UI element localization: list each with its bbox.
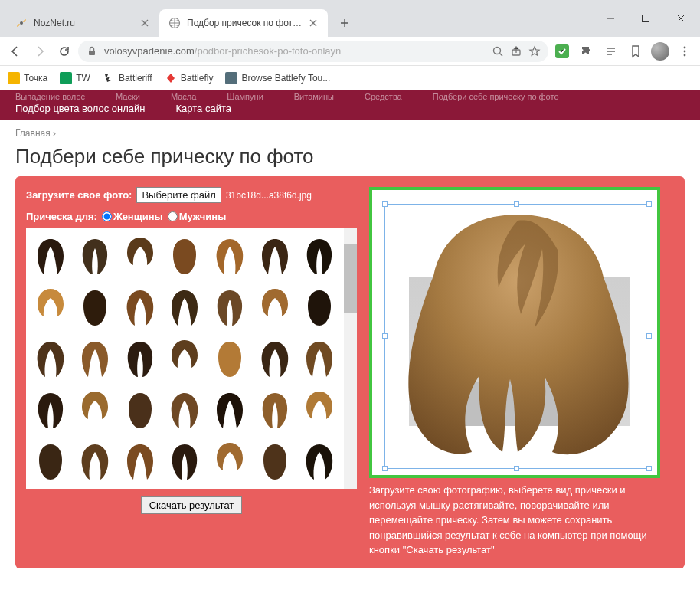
- window-close-button[interactable]: [663, 6, 698, 31]
- breadcrumb: Главная ›: [15, 128, 685, 139]
- share-icon[interactable]: [510, 45, 522, 57]
- hairstyle-thumb[interactable]: [164, 334, 207, 383]
- preview-canvas[interactable]: [369, 187, 660, 478]
- globe-icon: [168, 17, 181, 29]
- nav-link[interactable]: Подбери себе прическу по фото: [433, 92, 559, 101]
- bookmarks-bar: Точка TW Battleriff Battlefly Browse Bat…: [0, 66, 700, 90]
- hairstyle-thumb[interactable]: [74, 283, 117, 332]
- ext-bookmark[interactable]: [625, 41, 646, 62]
- hairstyle-thumb[interactable]: [298, 231, 341, 280]
- gender-women-radio[interactable]: [102, 211, 112, 221]
- tab-noznet[interactable]: NozNet.ru: [6, 9, 159, 37]
- nav-link[interactable]: Масла: [171, 92, 196, 101]
- hairstyle-thumb[interactable]: [254, 385, 296, 434]
- site-nav: Выпадение волос Маски Масла Шампуни Вита…: [0, 90, 700, 120]
- file-name: 31bc18d...a38f6d.jpg: [226, 190, 312, 201]
- tab-active[interactable]: Подбор причесок по фото онла: [159, 9, 328, 37]
- hairstyle-thumb[interactable]: [208, 437, 251, 486]
- breadcrumb-link[interactable]: Главная: [15, 128, 51, 139]
- hairstyle-thumb[interactable]: [29, 334, 72, 383]
- hairstyle-thumb[interactable]: [254, 437, 296, 486]
- nav-link[interactable]: Подбор цвета волос онлайн: [15, 103, 146, 114]
- hairstyle-thumb[interactable]: [298, 283, 341, 332]
- menu-button[interactable]: [674, 41, 695, 62]
- hairstyle-thumb[interactable]: [208, 334, 251, 383]
- forward-button[interactable]: [29, 41, 51, 62]
- hairstyle-thumb[interactable]: [119, 283, 162, 332]
- maximize-button[interactable]: [628, 6, 663, 31]
- nav-link[interactable]: Маски: [116, 92, 140, 101]
- hairstyle-thumb[interactable]: [254, 231, 296, 280]
- tab-title: Подбор причесок по фото онла: [187, 18, 302, 28]
- nav-link[interactable]: Средства: [365, 92, 402, 101]
- download-button[interactable]: Скачать результат: [141, 496, 243, 514]
- selection-box[interactable]: [384, 204, 649, 469]
- svg-rect-10: [8, 72, 20, 84]
- star-icon[interactable]: [528, 45, 541, 57]
- svg-point-8: [684, 50, 686, 52]
- hairstyle-thumb[interactable]: [298, 385, 341, 434]
- svg-point-7: [684, 46, 686, 48]
- lock-icon: [86, 45, 98, 57]
- hairstyle-thumb[interactable]: [119, 334, 162, 383]
- upload-label: Загрузите свое фото:: [26, 189, 132, 201]
- hairstyle-thumb[interactable]: [254, 334, 296, 383]
- svg-point-9: [684, 54, 686, 56]
- hairstyle-thumb[interactable]: [74, 231, 117, 280]
- help-text: Загрузите свою фотографию, выберете вид …: [369, 483, 660, 558]
- zoom-icon[interactable]: [492, 45, 504, 57]
- hairstyle-thumb[interactable]: [208, 385, 251, 434]
- hairstyle-thumb[interactable]: [29, 231, 72, 280]
- gender-men-radio[interactable]: [168, 211, 178, 221]
- hairstyle-thumb[interactable]: [164, 385, 207, 434]
- close-icon[interactable]: [308, 18, 319, 28]
- hairstyle-thumb[interactable]: [164, 231, 207, 280]
- nav-link[interactable]: Выпадение волос: [15, 92, 85, 101]
- hairstyle-thumb[interactable]: [74, 437, 117, 486]
- hairstyle-thumb[interactable]: [74, 334, 117, 383]
- svg-rect-12: [225, 72, 237, 84]
- wrench-icon: [15, 17, 28, 29]
- hairstyle-thumb[interactable]: [29, 385, 72, 434]
- hairstyle-thumb[interactable]: [254, 283, 296, 332]
- bookmark-item[interactable]: Battlefly: [165, 72, 214, 84]
- hairstyle-thumb[interactable]: [208, 283, 251, 332]
- hairstyle-thumb[interactable]: [119, 231, 162, 280]
- hairstyle-thumb[interactable]: [74, 385, 117, 434]
- bookmark-item[interactable]: TW: [60, 72, 90, 84]
- svg-rect-3: [89, 51, 95, 55]
- avatar[interactable]: [649, 41, 671, 62]
- new-tab-button[interactable]: [334, 12, 355, 34]
- ext-puzzle[interactable]: [576, 41, 597, 62]
- back-button[interactable]: [5, 41, 26, 62]
- nav-link[interactable]: Шампуни: [227, 92, 263, 101]
- tab-title: NozNet.ru: [34, 18, 133, 28]
- bookmark-item[interactable]: Battleriff: [103, 72, 152, 84]
- nav-link[interactable]: Витамины: [294, 92, 334, 101]
- hairstyle-thumb[interactable]: [298, 437, 341, 486]
- hairstyle-thumb[interactable]: [29, 283, 72, 332]
- bookmark-item[interactable]: Точка: [8, 72, 47, 84]
- hairstyle-grid: [26, 228, 357, 489]
- hairstyle-thumb[interactable]: [29, 437, 72, 486]
- minimize-button[interactable]: [593, 6, 628, 31]
- address-bar[interactable]: volosyvpadenie.com/podbor-prichesok-po-f…: [78, 41, 548, 62]
- bookmark-item[interactable]: Browse Battlefy Tou...: [225, 72, 330, 84]
- svg-rect-2: [643, 15, 649, 22]
- ext-adblock[interactable]: [551, 41, 573, 62]
- hairstyle-thumb[interactable]: [164, 437, 207, 486]
- gender-women-label: Женщины: [113, 211, 163, 222]
- svg-point-4: [494, 47, 501, 54]
- hairstyle-thumb[interactable]: [119, 385, 162, 434]
- hairstyle-thumb[interactable]: [119, 437, 162, 486]
- close-icon[interactable]: [139, 18, 150, 28]
- hairstyle-thumb[interactable]: [208, 231, 251, 280]
- scrollbar[interactable]: [344, 228, 357, 489]
- hairstyle-thumb[interactable]: [164, 283, 207, 332]
- nav-link[interactable]: Карта сайта: [176, 103, 231, 114]
- choose-file-button[interactable]: Выберите файл: [136, 187, 221, 203]
- hairstyle-thumb[interactable]: [298, 334, 341, 383]
- gender-men-label: Мужчины: [179, 211, 227, 222]
- reload-button[interactable]: [54, 41, 75, 62]
- ext-readlist[interactable]: [600, 41, 622, 62]
